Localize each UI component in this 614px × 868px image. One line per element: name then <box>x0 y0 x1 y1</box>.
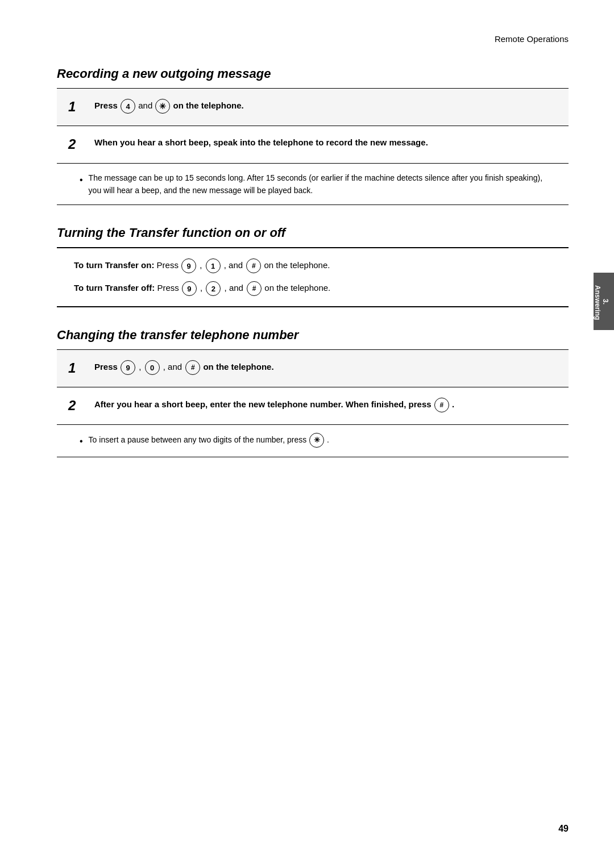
side-tab-line1: Answering <box>593 285 601 320</box>
transfer-box-inner: To turn Transfer on: Press 9 , 1 , and #… <box>57 248 569 307</box>
transfer-off-comma2: , and <box>225 283 243 293</box>
transfer-off-key-9: 9 <box>182 281 197 296</box>
transfer-on-press: Press <box>157 260 181 270</box>
page-number: 49 <box>558 824 569 834</box>
section1-step1-content: Press 4 and ✳ on the telephone. <box>94 99 557 114</box>
section3-step1-press: Press <box>94 362 118 372</box>
section3-step2-text: After you hear a short beep, enter the n… <box>94 399 454 409</box>
transfer-on-line: To turn Transfer on: Press 9 , 1 , and #… <box>74 258 551 273</box>
section3-step1-content: Press 9 , 0 , and # on the telephone. <box>94 360 557 375</box>
section1-bullet-dot: • <box>80 173 83 187</box>
transfer-off-key-2: 2 <box>206 281 221 296</box>
section3-comma2: , and <box>163 362 182 372</box>
section1-key-4: 4 <box>121 99 135 114</box>
section3-step1-number: 1 <box>68 360 89 377</box>
section1-step2-text: When you hear a short beep, speak into t… <box>94 137 428 147</box>
section3-comma1: , <box>139 362 141 372</box>
section2-title: Turning the Transfer function on or off <box>57 226 569 240</box>
page-header: Remote Operations <box>57 34 569 44</box>
section1-step1-row: 1 Press 4 and ✳ on the telephone. <box>57 89 569 126</box>
section3-bullet-key-wrap: ✳ <box>309 435 327 444</box>
section1-step2-row: 2 When you hear a short beep, speak into… <box>57 126 569 164</box>
transfer-on-key-1: 1 <box>206 258 221 273</box>
section3-bullet-label: To insert a pause between any two digits… <box>89 435 307 444</box>
transfer-on-key-9: 9 <box>181 258 196 273</box>
section3-bullet-row: • To insert a pause between any two digi… <box>57 425 569 457</box>
transfer-off-press: Press <box>157 283 181 293</box>
transfer-on-label: To turn Transfer on: <box>74 260 154 270</box>
transfer-off-label: To turn Transfer off: <box>74 283 155 293</box>
section1-title: Recording a new outgoing message <box>57 66 569 81</box>
section2-transfer-box: To turn Transfer on: Press 9 , 1 , and #… <box>57 247 569 307</box>
section3-bullet-item: • To insert a pause between any two digi… <box>80 433 557 449</box>
transfer-off-key-hash: # <box>247 281 262 296</box>
transfer-on-key-hash: # <box>246 258 261 273</box>
transfer-on-comma1: , <box>200 260 202 270</box>
transfer-on-suffix: on the telephone. <box>264 260 330 270</box>
transfer-on-comma2: , and <box>224 260 243 270</box>
side-tab-line3: 3. <box>601 299 609 304</box>
section3-step2-row: 2 After you hear a short beep, enter the… <box>57 387 569 425</box>
section3-step2-content: After you hear a short beep, enter the n… <box>94 398 557 412</box>
section1-step1-and: and <box>138 101 155 110</box>
section3-bullet-period: . <box>327 435 329 444</box>
transfer-off-comma1: , <box>200 283 202 293</box>
section3-title: Changing the transfer telephone number <box>57 328 569 343</box>
transfer-off-suffix: on the telephone. <box>264 283 330 293</box>
transfer-off-line: To turn Transfer off: Press 9 , 2 , and … <box>74 281 551 296</box>
section-transfer: Turning the Transfer function on or off … <box>57 226 569 307</box>
section1-bullet-item: • The message can be up to 15 seconds lo… <box>80 172 557 197</box>
section3-key-0: 0 <box>145 360 160 375</box>
section1-step2-content: When you hear a short beep, speak into t… <box>94 136 557 149</box>
section3-step2-number: 2 <box>68 398 89 414</box>
section3-step1-row: 1 Press 9 , 0 , and # on the telephone. <box>57 350 569 387</box>
side-tab-line2: Machine <box>585 288 593 315</box>
section3-step2-hash: # <box>434 398 449 412</box>
section3-bullet-star: ✳ <box>309 433 324 448</box>
page-container: 3. Answering Machine Remote Operations R… <box>0 0 614 868</box>
section1-step1-press: Press <box>94 101 118 110</box>
section-recording: Recording a new outgoing message 1 Press… <box>57 66 569 205</box>
section1-step1-suffix: on the telephone. <box>173 101 244 110</box>
section3-step1-suffix: on the telephone. <box>203 362 273 372</box>
header-label: Remote Operations <box>495 34 569 44</box>
section1-step1-number: 1 <box>68 99 89 115</box>
section1-bullet-row: • The message can be up to 15 seconds lo… <box>57 164 569 206</box>
section3-key-9: 9 <box>121 360 135 375</box>
section1-bullet-text: The message can be up to 15 seconds long… <box>89 172 557 197</box>
section3-bullet-text: To insert a pause between any two digits… <box>89 433 329 448</box>
section-change-number: Changing the transfer telephone number 1… <box>57 328 569 457</box>
section3-key-hash: # <box>185 360 200 375</box>
section3-bullet-dot: • <box>80 434 83 449</box>
section1-step2-number: 2 <box>68 136 89 153</box>
side-tab: 3. Answering Machine <box>594 273 614 330</box>
section1-key-star: ✳ <box>155 99 170 114</box>
